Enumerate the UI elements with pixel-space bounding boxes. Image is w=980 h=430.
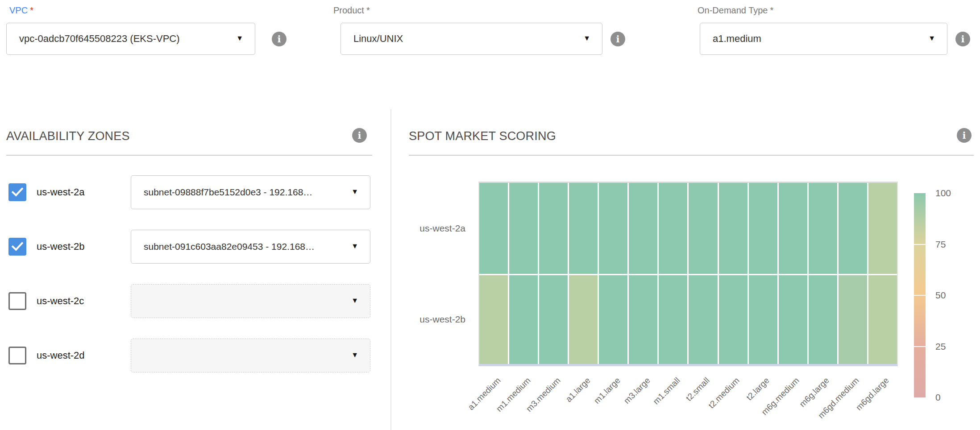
colorbar-tick-label: 75 (935, 238, 971, 251)
heatmap-cell-us-west-2a-m6g.large (809, 183, 837, 274)
required-asterisk: * (366, 5, 370, 15)
availability-zone-list: us-west-2a subnet-09888f7be5152d0e3 - 19… (0, 175, 390, 393)
zone-label: us-west-2a (37, 175, 85, 209)
heatmap-cell-us-west-2a-a1.medium (479, 183, 508, 274)
availability-zones-divider (6, 155, 372, 156)
zone-label: us-west-2c (37, 284, 84, 318)
vpc-info-icon[interactable]: i (272, 32, 287, 46)
on-demand-type-select[interactable]: a1.medium ▼ (700, 23, 947, 55)
subnet-select: ▼ (131, 284, 370, 318)
chevron-down-icon: ▼ (351, 188, 358, 195)
heatmap-cell-us-west-2b-m6gd.medium (839, 275, 867, 364)
subnet-select[interactable]: subnet-091c603aa82e09453 - 192.168… ▼ (131, 230, 370, 264)
heatmap-cell-us-west-2b-m6gd.large (868, 275, 897, 364)
subnet-select: ▼ (131, 339, 370, 372)
availability-zone-row: us-west-2c ▼ (0, 284, 390, 318)
product-select[interactable]: Linux/UNIX ▼ (341, 23, 602, 55)
on-demand-type-info-icon[interactable]: i (955, 32, 970, 46)
heatmap-cell-us-west-2a-t2.small (689, 183, 717, 274)
spot-market-scoring-divider (409, 155, 974, 156)
product-info-icon[interactable]: i (610, 32, 625, 46)
availability-zones-info-icon[interactable]: i (352, 128, 367, 143)
chevron-down-icon: ▼ (351, 351, 358, 359)
spot-market-scoring-info-icon[interactable]: i (957, 128, 972, 143)
colorbar-tick (914, 346, 926, 347)
colorbar-tick-label: 50 (935, 289, 971, 302)
subnet-select[interactable]: subnet-09888f7be5152d0e3 - 192.168… ▼ (131, 175, 370, 209)
heatmap-cell-us-west-2b-a1.large (569, 275, 598, 364)
chevron-down-icon: ▼ (928, 35, 935, 42)
chevron-down-icon: ▼ (583, 35, 590, 42)
heatmap-cell-us-west-2a-m1.small (659, 183, 687, 274)
required-asterisk: * (30, 5, 33, 15)
chevron-down-icon: ▼ (351, 297, 358, 304)
heatmap-colorbar (914, 193, 926, 397)
zone-checkbox[interactable] (8, 183, 26, 201)
chevron-down-icon: ▼ (351, 243, 358, 250)
heatmap-cell-us-west-2b-t2.small (689, 275, 717, 364)
product-select-value: Linux/UNIX (353, 33, 403, 45)
on-demand-type-select-value: a1.medium (713, 33, 761, 45)
colorbar-tick-label: 0 (935, 391, 971, 404)
heatmap-cell-us-west-2a-m6g.medium (779, 183, 807, 274)
zone-checkbox[interactable] (8, 292, 26, 310)
heatmap-cell-us-west-2a-m1.medium (509, 183, 538, 274)
availability-zones-title: AVAILABILITY ZONES (6, 129, 130, 143)
section-divider (390, 109, 391, 430)
spot-market-config-page: VPC* vpc-0adcb70f645508223 (EKS-VPC) ▼ i… (0, 0, 980, 430)
check-icon (12, 184, 24, 196)
heatmap-cell-us-west-2a-m6gd.medium (839, 183, 867, 274)
heatmap-cell-us-west-2b-m1.medium (509, 275, 538, 364)
heatmap-cell-us-west-2a-m3.medium (539, 183, 568, 274)
zone-checkbox[interactable] (8, 238, 26, 256)
y-axis-label: us-west-2a (353, 222, 465, 235)
heatmap-cell-us-west-2b-m3.medium (539, 275, 568, 364)
heatmap-cell-us-west-2b-m1.small (659, 275, 687, 364)
spot-market-scoring-title: SPOT MARKET SCORING (409, 129, 556, 143)
y-axis-label: us-west-2b (353, 313, 465, 326)
zone-checkbox[interactable] (8, 347, 26, 364)
subnet-select-value: subnet-091c603aa82e09453 - 192.168… (144, 241, 315, 252)
colorbar-tick (914, 295, 926, 296)
colorbar-tick-label: 100 (935, 187, 971, 199)
availability-zone-row: us-west-2d ▼ (0, 339, 390, 372)
heatmap-cell-us-west-2a-t2.medium (719, 183, 747, 274)
vpc-select[interactable]: vpc-0adcb70f645508223 (EKS-VPC) ▼ (6, 23, 255, 55)
colorbar-tick-label: 25 (935, 340, 971, 353)
vpc-label: VPC* (9, 5, 33, 16)
availability-zone-row: us-west-2a subnet-09888f7be5152d0e3 - 19… (0, 175, 390, 209)
heatmap-cell-us-west-2b-m6g.medium (779, 275, 807, 364)
heatmap-cell-us-west-2b-m3.large (629, 275, 657, 364)
heatmap-cell-us-west-2a-a1.large (569, 183, 598, 274)
colorbar-tick (914, 244, 926, 245)
heatmap-cell-us-west-2a-m6gd.large (868, 183, 897, 274)
heatmap-cell-us-west-2a-m3.large (629, 183, 657, 274)
on-demand-type-label: On-Demand Type* (698, 5, 773, 16)
heatmap-cell-us-west-2a-m1.large (599, 183, 627, 274)
required-asterisk: * (770, 5, 774, 15)
check-icon (12, 239, 24, 251)
heatmap-cell-us-west-2b-m6g.large (809, 275, 837, 364)
heatmap-cell-us-west-2a-t2.large (749, 183, 777, 274)
spot-score-heatmap (478, 182, 898, 366)
vpc-select-value: vpc-0adcb70f645508223 (EKS-VPC) (19, 33, 180, 45)
availability-zone-row: us-west-2b subnet-091c603aa82e09453 - 19… (0, 230, 390, 264)
heatmap-cell-us-west-2b-a1.medium (479, 275, 508, 364)
zone-label: us-west-2b (37, 230, 85, 264)
heatmap-cell-us-west-2b-m1.large (599, 275, 627, 364)
heatmap-cell-us-west-2b-t2.medium (719, 275, 747, 364)
heatmap-cell-us-west-2b-t2.large (749, 275, 777, 364)
chevron-down-icon: ▼ (236, 35, 243, 42)
product-label: Product* (333, 5, 370, 16)
zone-label: us-west-2d (37, 339, 85, 372)
subnet-select-value: subnet-09888f7be5152d0e3 - 192.168… (144, 187, 312, 198)
